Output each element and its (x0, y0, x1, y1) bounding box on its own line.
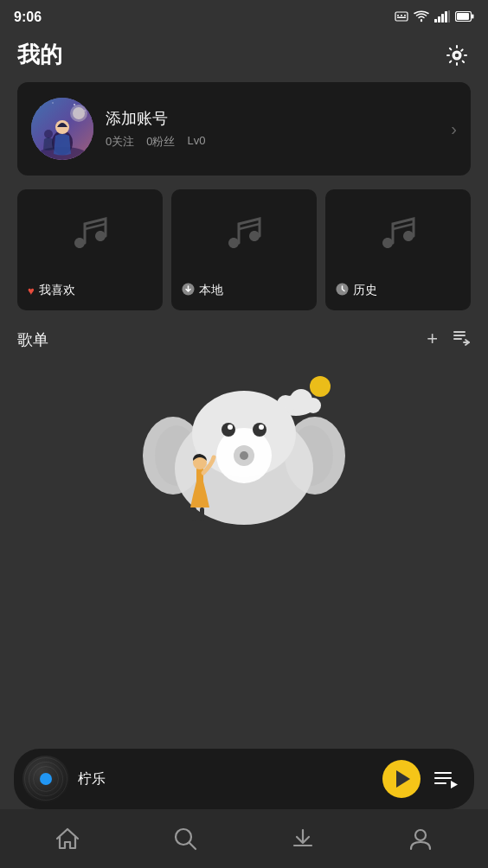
playlist-queue-button[interactable] (429, 762, 464, 796)
following-count: 0关注 (106, 134, 134, 150)
svg-rect-0 (395, 12, 408, 21)
playlist-title: 歌单 (17, 329, 48, 350)
svg-point-48 (222, 423, 235, 437)
avatar (31, 98, 93, 160)
svg-point-21 (74, 104, 75, 105)
play-icon (396, 770, 410, 788)
nav-download[interactable] (244, 809, 362, 868)
svg-rect-31 (453, 331, 466, 333)
chevron-right-icon: › (451, 119, 457, 139)
playlist-actions: + (427, 328, 471, 352)
home-icon (55, 827, 80, 850)
keyboard-icon (395, 10, 408, 26)
account-stats: 0关注 0粉丝 Lv0 (106, 134, 205, 150)
favorites-card[interactable]: ♥ 我喜欢 (17, 189, 163, 310)
search-icon (173, 827, 197, 851)
svg-point-19 (39, 105, 41, 107)
svg-point-28 (73, 107, 85, 119)
svg-point-26 (44, 130, 53, 138)
svg-rect-13 (472, 15, 474, 19)
download-icon (291, 827, 315, 851)
profile-icon (408, 827, 433, 851)
history-music-icon (372, 207, 424, 258)
svg-rect-8 (441, 14, 444, 22)
import-playlist-button[interactable] (452, 328, 471, 352)
account-card[interactable]: 添加账号 0关注 0粉丝 Lv0 › (17, 82, 471, 176)
status-time: 9:06 (14, 10, 42, 25)
now-playing-title: 柠乐 (78, 770, 374, 788)
local-card[interactable]: 本地 (171, 189, 317, 310)
settings-button[interactable] (443, 41, 471, 69)
history-card[interactable]: 历史 (325, 189, 471, 310)
bottom-navigation (0, 809, 488, 868)
svg-rect-4 (397, 16, 406, 18)
svg-point-49 (253, 423, 266, 437)
favorites-music-icon (64, 207, 116, 258)
svg-point-50 (228, 424, 233, 430)
svg-rect-54 (200, 507, 204, 521)
svg-rect-33 (453, 338, 462, 340)
svg-point-47 (240, 451, 248, 460)
svg-rect-1 (397, 15, 399, 16)
playlist-queue-icon (433, 768, 459, 790)
svg-rect-32 (453, 335, 466, 336)
add-playlist-button[interactable]: + (427, 328, 438, 352)
battery-icon (455, 10, 474, 24)
svg-point-20 (52, 102, 53, 103)
status-icons (395, 10, 474, 26)
download-circle-icon (182, 283, 195, 298)
empty-illustration (132, 373, 356, 537)
header: 我的 (0, 31, 488, 82)
svg-rect-53 (192, 507, 196, 521)
svg-point-56 (415, 830, 426, 840)
account-name: 添加账号 (106, 108, 205, 129)
account-details: 添加账号 0关注 0粉丝 Lv0 (106, 108, 205, 150)
gear-icon (446, 44, 468, 67)
svg-rect-2 (401, 15, 402, 16)
avatar-image (31, 98, 93, 160)
svg-rect-3 (404, 15, 406, 16)
local-label: 本地 (182, 283, 223, 298)
nav-profile[interactable] (362, 809, 479, 868)
wifi-icon (414, 10, 429, 25)
favorites-label: ♥ 我喜欢 (28, 283, 75, 298)
playlist-section-header: 歌单 + (0, 328, 488, 364)
clock-icon (336, 283, 349, 298)
local-music-icon (218, 207, 270, 258)
nav-search[interactable] (126, 809, 244, 868)
svg-rect-7 (438, 16, 440, 22)
account-info-left: 添加账号 0关注 0粉丝 Lv0 (31, 98, 205, 160)
heart-icon: ♥ (28, 284, 35, 297)
svg-point-5 (421, 19, 422, 21)
grid-cards: ♥ 我喜欢 本地 (17, 189, 471, 310)
fans-count: 0粉丝 (146, 134, 175, 150)
signal-icon (434, 10, 450, 25)
svg-rect-6 (434, 19, 437, 22)
empty-state (17, 364, 471, 546)
now-playing-bar[interactable]: 柠乐 (14, 749, 474, 809)
nav-home[interactable] (9, 809, 126, 868)
svg-point-51 (259, 424, 264, 430)
svg-point-15 (454, 53, 459, 58)
svg-rect-12 (457, 13, 469, 20)
level: Lv0 (187, 134, 205, 150)
play-button[interactable] (382, 760, 421, 798)
history-label: 历史 (336, 283, 377, 298)
vinyl-record (22, 756, 69, 802)
svg-rect-10 (448, 10, 450, 22)
page-title: 我的 (17, 40, 62, 70)
status-bar: 9:06 (0, 0, 488, 31)
mascot-illustration (132, 378, 356, 537)
svg-rect-9 (445, 11, 447, 22)
